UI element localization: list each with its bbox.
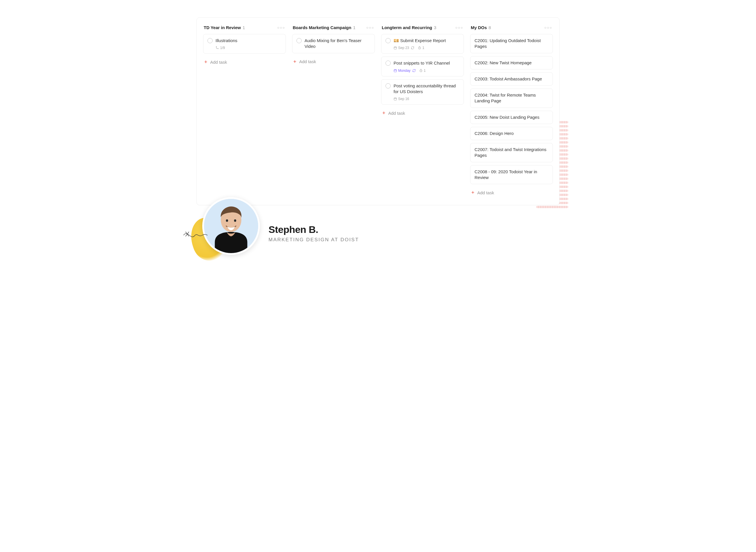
column-header: TD Year in Review1○○○ [203,24,286,34]
task-title: Audio Mixing for Ben's Teaser Video [305,38,371,49]
task-title: Post snippets to YIR Channel [394,60,450,66]
subtask-count: 1/9 [215,46,225,50]
task-card[interactable]: Illustrations1/9 [203,34,286,53]
column-menu-icon[interactable]: ○○○ [544,26,552,30]
add-task-button[interactable]: +Add task [381,109,464,117]
task-checkbox[interactable] [385,83,391,89]
reminder-count: 1 [419,68,426,73]
add-task-button[interactable]: +Add task [203,58,286,66]
task-card[interactable]: C2003: Todoist Ambassadors Page [470,73,553,86]
task-card[interactable]: C2001: Updating Outdated Todoist Pages [470,34,553,53]
task-card[interactable]: C2004: Twist for Remote Teams Landing Pa… [470,89,553,108]
task-title: 💴Submit Expense Report [394,38,446,43]
author-block: Stephen B. Marketing Design at Doist [196,197,560,255]
svg-point-1 [218,48,218,49]
svg-point-9 [226,219,228,222]
task-checkbox[interactable] [385,38,391,43]
task-title: C2002: New Twist Homepage [475,60,532,66]
column-header: Boards Marketing Campaign1○○○ [292,24,375,34]
task-meta: Sep 231 [394,46,459,50]
task-checkbox[interactable] [207,38,213,43]
task-title: Post voting accountability thread for US… [394,83,459,95]
task-card[interactable]: C2006: Design Hero [470,127,553,140]
plus-icon: + [471,190,475,195]
task-title: C2006: Design Hero [475,131,514,136]
recurring-icon [411,46,414,49]
task-title: C2001: Updating Outdated Todoist Pages [475,38,549,49]
column-count: 1 [353,25,355,30]
plus-icon: + [382,110,385,116]
task-title: C2004: Twist for Remote Teams Landing Pa… [475,92,549,104]
add-task-label: Add task [478,190,494,195]
recurring-icon [412,69,416,73]
board-column: My DOs8○○○C2001: Updating Outdated Todoi… [470,24,553,197]
add-task-label: Add task [210,60,227,64]
task-card[interactable]: C2008 - 09: 2020 Todoist Year in Review [470,165,553,184]
svg-rect-4 [394,70,397,72]
column-title: Boards Marketing Campaign [293,25,351,30]
task-card[interactable]: Post voting accountability thread for US… [381,79,464,105]
column-count: 3 [434,25,436,30]
author-avatar [202,197,260,255]
board-column: Longterm and Recurring3○○○💴Submit Expens… [381,24,464,117]
board-column: Boards Marketing Campaign1○○○Audio Mixin… [292,24,375,66]
column-menu-icon[interactable]: ○○○ [366,26,374,30]
task-meta: 1/9 [215,46,281,50]
task-card[interactable]: Post snippets to YIR ChannelMonday1 [381,56,464,76]
task-title: C2007: Todoist and Twist Integrations Pa… [475,147,549,158]
task-title: C2003: Todoist Ambassadors Page [475,76,542,82]
task-card[interactable]: C2005: New Doist Landing Pages [470,111,553,124]
column-menu-icon[interactable]: ○○○ [277,26,285,30]
column-title: Longterm and Recurring [382,25,432,30]
plus-icon: + [204,59,207,64]
task-date: Monday [394,68,416,73]
task-card[interactable]: Audio Mixing for Ben's Teaser Video [292,34,375,53]
task-title: C2008 - 09: 2020 Todoist Year in Review [475,169,549,181]
task-meta: Monday1 [394,68,459,73]
task-checkbox[interactable] [297,38,302,43]
column-menu-icon[interactable]: ○○○ [455,26,463,30]
column-count: 8 [489,25,491,30]
task-date: Sep 23 [394,46,414,50]
svg-point-10 [234,219,236,222]
add-task-button[interactable]: +Add task [470,188,553,197]
task-card[interactable]: C2002: New Twist Homepage [470,56,553,70]
column-header: Longterm and Recurring3○○○ [381,24,464,34]
add-task-button[interactable]: +Add task [292,57,375,66]
task-title: Illustrations [215,38,237,43]
column-title: My DOs [471,25,487,30]
kanban-board: TD Year in Review1○○○Illustrations1/9+Ad… [196,17,560,205]
task-card[interactable]: 💴Submit Expense ReportSep 231 [381,34,464,53]
svg-rect-2 [394,47,397,49]
task-card[interactable]: C2007: Todoist and Twist Integrations Pa… [470,143,553,162]
task-title: C2005: New Doist Landing Pages [475,114,539,120]
task-emoji: 💴 [394,38,399,43]
task-checkbox[interactable] [385,60,391,66]
svg-rect-6 [394,98,397,100]
plus-icon: + [293,59,297,64]
author-name: Stephen B. [268,224,359,235]
add-task-label: Add task [388,111,405,116]
column-header: My DOs8○○○ [470,24,553,34]
column-title: TD Year in Review [204,25,241,30]
author-role: Marketing Design at Doist [268,237,359,243]
task-meta: Sep 16 [394,97,459,101]
task-date: Sep 16 [394,97,409,101]
column-count: 1 [242,25,245,30]
reminder-count: 1 [418,46,424,50]
board-column: TD Year in Review1○○○Illustrations1/9+Ad… [203,24,286,66]
squiggle-decoration [182,227,208,244]
add-task-label: Add task [299,59,316,64]
